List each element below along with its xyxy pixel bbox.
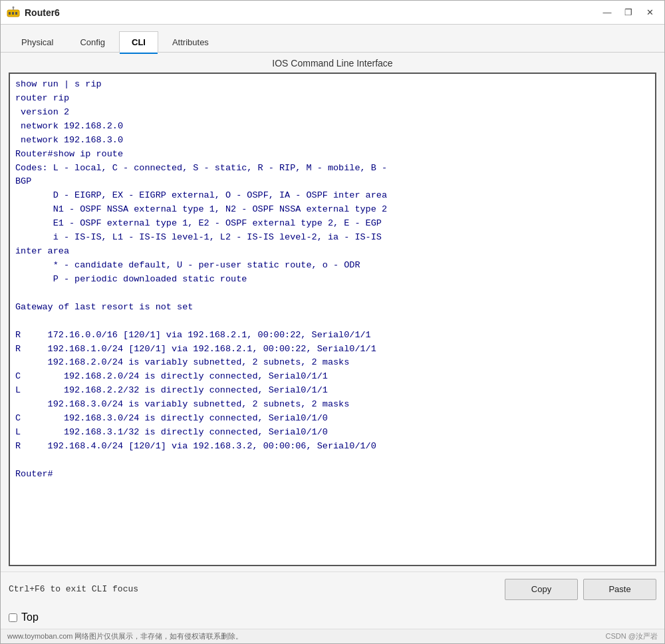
window-title: Router6 bbox=[25, 7, 60, 18]
watermark-bar: www.toymoban.com 网络图片仅供展示，非存储，如有侵权请联系删除。… bbox=[1, 629, 664, 643]
top-checkbox-label[interactable]: Top bbox=[21, 611, 39, 623]
title-bar-left: Router6 bbox=[6, 5, 60, 20]
svg-rect-1 bbox=[9, 12, 11, 15]
terminal-content: show run | s rip router rip version 2 ne… bbox=[15, 78, 650, 482]
terminal-container[interactable]: show run | s rip router rip version 2 ne… bbox=[9, 73, 656, 566]
content-area: IOS Command Line Interface show run | s … bbox=[1, 53, 664, 571]
tab-bar: Physical Config CLI Attributes bbox=[1, 25, 664, 53]
restore-button[interactable]: ❐ bbox=[619, 5, 638, 20]
tab-cli[interactable]: CLI bbox=[119, 31, 158, 53]
main-window: Router6 — ❐ ✕ Physical Config CLI Attrib… bbox=[0, 0, 665, 644]
cli-hint-text: Ctrl+F6 to exit CLI focus bbox=[9, 584, 138, 594]
tab-physical[interactable]: Physical bbox=[9, 31, 66, 53]
copy-button[interactable]: Copy bbox=[505, 579, 578, 600]
cli-title: IOS Command Line Interface bbox=[9, 58, 656, 69]
tab-attributes[interactable]: Attributes bbox=[160, 31, 221, 53]
top-checkbox[interactable] bbox=[9, 613, 17, 622]
title-bar-controls: — ❐ ✕ bbox=[598, 5, 659, 20]
minimize-button[interactable]: — bbox=[598, 5, 616, 20]
tab-config[interactable]: Config bbox=[67, 31, 118, 53]
close-button[interactable]: ✕ bbox=[640, 5, 659, 20]
top-checkbox-row: Top bbox=[9, 609, 656, 626]
terminal-scroll[interactable]: show run | s rip router rip version 2 ne… bbox=[10, 74, 655, 565]
watermark-right-text: CSDN @汝严岩 bbox=[606, 631, 658, 641]
footer-area: Top bbox=[1, 606, 664, 629]
watermark-left-text: www.toymoban.com 网络图片仅供展示，非存储，如有侵权请联系删除。 bbox=[7, 631, 243, 641]
svg-rect-3 bbox=[15, 12, 17, 15]
title-bar: Router6 — ❐ ✕ bbox=[1, 1, 664, 25]
router-icon bbox=[6, 5, 21, 20]
bottom-bar: Ctrl+F6 to exit CLI focus Copy Paste bbox=[1, 571, 664, 606]
button-group: Copy Paste bbox=[505, 579, 656, 600]
svg-rect-2 bbox=[12, 12, 14, 15]
paste-button[interactable]: Paste bbox=[583, 579, 656, 600]
svg-point-5 bbox=[13, 6, 15, 8]
